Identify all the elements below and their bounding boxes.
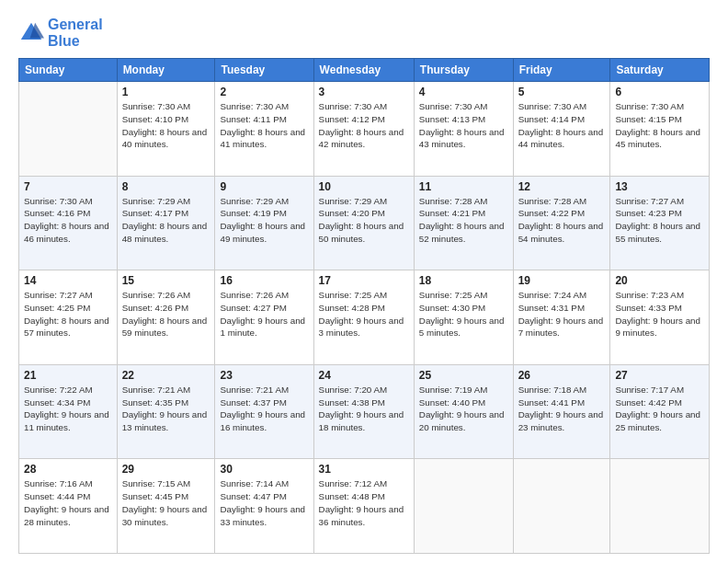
day-number: 22 bbox=[122, 369, 210, 382]
day-info: Sunrise: 7:29 AMSunset: 4:17 PMDaylight:… bbox=[122, 195, 210, 246]
day-number: 12 bbox=[518, 180, 606, 193]
calendar-day-cell: 24Sunrise: 7:20 AMSunset: 4:38 PMDayligh… bbox=[313, 364, 414, 459]
day-number: 24 bbox=[319, 369, 409, 382]
calendar-day-cell: 22Sunrise: 7:21 AMSunset: 4:35 PMDayligh… bbox=[117, 364, 215, 459]
day-info: Sunrise: 7:27 AMSunset: 4:23 PMDaylight:… bbox=[615, 195, 704, 246]
day-number: 21 bbox=[24, 369, 112, 382]
calendar-day-cell: 26Sunrise: 7:18 AMSunset: 4:41 PMDayligh… bbox=[513, 364, 610, 459]
day-info: Sunrise: 7:25 AMSunset: 4:28 PMDaylight:… bbox=[319, 289, 409, 339]
page: General Blue SundayMondayTuesdayWednesda… bbox=[0, 0, 728, 563]
day-number: 16 bbox=[220, 274, 308, 287]
day-number: 17 bbox=[319, 274, 409, 287]
day-info: Sunrise: 7:30 AMSunset: 4:12 PMDaylight:… bbox=[319, 100, 409, 151]
calendar-day-cell: 21Sunrise: 7:22 AMSunset: 4:34 PMDayligh… bbox=[19, 364, 118, 459]
calendar-day-cell: 17Sunrise: 7:25 AMSunset: 4:28 PMDayligh… bbox=[313, 270, 414, 365]
day-info: Sunrise: 7:17 AMSunset: 4:42 PMDaylight:… bbox=[615, 384, 704, 434]
day-info: Sunrise: 7:20 AMSunset: 4:38 PMDaylight:… bbox=[319, 384, 409, 434]
day-number: 6 bbox=[615, 86, 704, 98]
day-info: Sunrise: 7:19 AMSunset: 4:40 PMDaylight:… bbox=[419, 384, 508, 434]
day-number: 29 bbox=[122, 463, 210, 476]
calendar-day-cell: 3Sunrise: 7:30 AMSunset: 4:12 PMDaylight… bbox=[313, 82, 414, 177]
day-number: 30 bbox=[220, 463, 308, 476]
day-info: Sunrise: 7:26 AMSunset: 4:27 PMDaylight:… bbox=[220, 289, 308, 339]
calendar-day-header: Thursday bbox=[414, 59, 513, 82]
calendar-day-cell: 9Sunrise: 7:29 AMSunset: 4:19 PMDaylight… bbox=[215, 176, 313, 270]
calendar-day-cell: 28Sunrise: 7:16 AMSunset: 4:44 PMDayligh… bbox=[19, 459, 118, 554]
calendar-day-cell: 13Sunrise: 7:27 AMSunset: 4:23 PMDayligh… bbox=[610, 176, 710, 270]
calendar-day-cell: 6Sunrise: 7:30 AMSunset: 4:15 PMDaylight… bbox=[610, 82, 710, 177]
calendar-day-cell: 11Sunrise: 7:28 AMSunset: 4:21 PMDayligh… bbox=[414, 176, 513, 270]
day-info: Sunrise: 7:30 AMSunset: 4:15 PMDaylight:… bbox=[615, 100, 704, 151]
day-info: Sunrise: 7:30 AMSunset: 4:14 PMDaylight:… bbox=[518, 100, 606, 151]
day-info: Sunrise: 7:30 AMSunset: 4:13 PMDaylight:… bbox=[419, 100, 508, 151]
calendar-header-row: SundayMondayTuesdayWednesdayThursdayFrid… bbox=[19, 59, 710, 82]
day-info: Sunrise: 7:12 AMSunset: 4:48 PMDaylight:… bbox=[319, 477, 409, 528]
day-number: 4 bbox=[419, 86, 508, 98]
day-info: Sunrise: 7:25 AMSunset: 4:30 PMDaylight:… bbox=[419, 289, 508, 339]
day-info: Sunrise: 7:14 AMSunset: 4:47 PMDaylight:… bbox=[220, 477, 308, 528]
day-number: 28 bbox=[24, 463, 112, 476]
calendar-day-cell: 4Sunrise: 7:30 AMSunset: 4:13 PMDaylight… bbox=[414, 82, 513, 177]
day-number: 20 bbox=[615, 274, 704, 287]
day-info: Sunrise: 7:29 AMSunset: 4:19 PMDaylight:… bbox=[220, 195, 308, 246]
calendar-day-cell: 2Sunrise: 7:30 AMSunset: 4:11 PMDaylight… bbox=[215, 82, 313, 177]
calendar-table: SundayMondayTuesdayWednesdayThursdayFrid… bbox=[18, 58, 710, 554]
calendar-day-cell: 1Sunrise: 7:30 AMSunset: 4:10 PMDaylight… bbox=[117, 82, 215, 177]
day-number: 31 bbox=[319, 463, 409, 476]
day-info: Sunrise: 7:28 AMSunset: 4:22 PMDaylight:… bbox=[518, 195, 606, 246]
calendar-day-cell: 15Sunrise: 7:26 AMSunset: 4:26 PMDayligh… bbox=[117, 270, 215, 365]
day-info: Sunrise: 7:30 AMSunset: 4:11 PMDaylight:… bbox=[220, 100, 308, 151]
day-info: Sunrise: 7:24 AMSunset: 4:31 PMDaylight:… bbox=[518, 289, 606, 339]
calendar-day-cell bbox=[19, 82, 118, 177]
day-number: 7 bbox=[24, 180, 112, 193]
day-number: 14 bbox=[24, 274, 112, 287]
day-number: 11 bbox=[419, 180, 508, 193]
calendar-week-row: 28Sunrise: 7:16 AMSunset: 4:44 PMDayligh… bbox=[19, 459, 710, 554]
day-info: Sunrise: 7:28 AMSunset: 4:21 PMDaylight:… bbox=[419, 195, 508, 246]
calendar-day-cell: 14Sunrise: 7:27 AMSunset: 4:25 PMDayligh… bbox=[19, 270, 118, 365]
day-number: 5 bbox=[518, 86, 606, 98]
day-info: Sunrise: 7:16 AMSunset: 4:44 PMDaylight:… bbox=[24, 477, 112, 528]
day-info: Sunrise: 7:18 AMSunset: 4:41 PMDaylight:… bbox=[518, 384, 606, 434]
day-number: 26 bbox=[518, 369, 606, 382]
calendar-day-cell: 31Sunrise: 7:12 AMSunset: 4:48 PMDayligh… bbox=[313, 459, 414, 554]
calendar-day-cell: 25Sunrise: 7:19 AMSunset: 4:40 PMDayligh… bbox=[414, 364, 513, 459]
logo-icon bbox=[18, 20, 44, 46]
day-number: 1 bbox=[122, 86, 210, 98]
day-info: Sunrise: 7:30 AMSunset: 4:10 PMDaylight:… bbox=[122, 100, 210, 151]
calendar-week-row: 14Sunrise: 7:27 AMSunset: 4:25 PMDayligh… bbox=[19, 270, 710, 365]
day-number: 25 bbox=[419, 369, 508, 382]
day-info: Sunrise: 7:22 AMSunset: 4:34 PMDaylight:… bbox=[24, 384, 112, 434]
calendar-day-cell: 8Sunrise: 7:29 AMSunset: 4:17 PMDaylight… bbox=[117, 176, 215, 270]
header: General Blue bbox=[18, 17, 710, 49]
day-number: 19 bbox=[518, 274, 606, 287]
calendar-day-cell: 27Sunrise: 7:17 AMSunset: 4:42 PMDayligh… bbox=[610, 364, 710, 459]
day-number: 2 bbox=[220, 86, 308, 98]
calendar-day-header: Wednesday bbox=[313, 59, 414, 82]
calendar-day-header: Friday bbox=[513, 59, 610, 82]
day-info: Sunrise: 7:30 AMSunset: 4:16 PMDaylight:… bbox=[24, 195, 112, 246]
day-info: Sunrise: 7:21 AMSunset: 4:37 PMDaylight:… bbox=[220, 384, 308, 434]
calendar-day-cell: 19Sunrise: 7:24 AMSunset: 4:31 PMDayligh… bbox=[513, 270, 610, 365]
calendar-day-header: Sunday bbox=[19, 59, 118, 82]
day-number: 13 bbox=[615, 180, 704, 193]
calendar-day-cell: 12Sunrise: 7:28 AMSunset: 4:22 PMDayligh… bbox=[513, 176, 610, 270]
logo: General Blue bbox=[18, 17, 103, 49]
calendar-day-header: Saturday bbox=[610, 59, 710, 82]
calendar-day-cell: 7Sunrise: 7:30 AMSunset: 4:16 PMDaylight… bbox=[19, 176, 118, 270]
day-info: Sunrise: 7:27 AMSunset: 4:25 PMDaylight:… bbox=[24, 289, 112, 339]
calendar-day-cell: 5Sunrise: 7:30 AMSunset: 4:14 PMDaylight… bbox=[513, 82, 610, 177]
logo-text: General Blue bbox=[48, 17, 103, 49]
calendar-week-row: 7Sunrise: 7:30 AMSunset: 4:16 PMDaylight… bbox=[19, 176, 710, 270]
day-info: Sunrise: 7:15 AMSunset: 4:45 PMDaylight:… bbox=[122, 477, 210, 528]
calendar-day-cell: 10Sunrise: 7:29 AMSunset: 4:20 PMDayligh… bbox=[313, 176, 414, 270]
calendar-day-cell bbox=[610, 459, 710, 554]
calendar-day-cell: 20Sunrise: 7:23 AMSunset: 4:33 PMDayligh… bbox=[610, 270, 710, 365]
day-number: 3 bbox=[319, 86, 409, 98]
calendar-day-cell: 23Sunrise: 7:21 AMSunset: 4:37 PMDayligh… bbox=[215, 364, 313, 459]
calendar-day-cell: 18Sunrise: 7:25 AMSunset: 4:30 PMDayligh… bbox=[414, 270, 513, 365]
day-number: 27 bbox=[615, 369, 704, 382]
day-number: 10 bbox=[319, 180, 409, 193]
day-number: 9 bbox=[220, 180, 308, 193]
day-number: 23 bbox=[220, 369, 308, 382]
